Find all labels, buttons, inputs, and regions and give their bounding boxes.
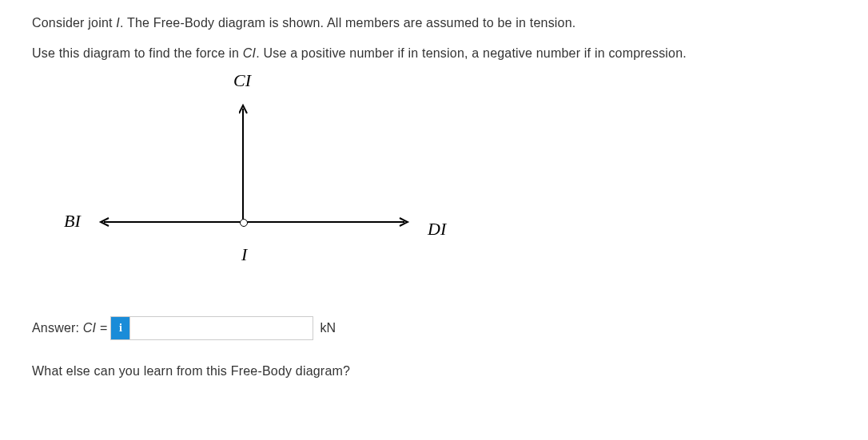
paragraph-1-prefix: Consider joint <box>32 16 116 30</box>
answer-equals: = <box>96 321 107 335</box>
paragraph-2-suffix: . Use a positive number if in tension, a… <box>256 46 687 60</box>
paragraph-2-prefix: Use this diagram to find the force in <box>32 46 243 60</box>
label-i: I <box>241 244 247 265</box>
unit-label: kN <box>320 321 336 335</box>
joint-node <box>240 219 248 227</box>
answer-var: CI <box>83 321 96 335</box>
label-bi: BI <box>64 211 81 232</box>
paragraph-1: Consider joint I. The Free-Body diagram … <box>32 16 836 30</box>
free-body-diagram: CI BI DI I <box>32 77 464 300</box>
arrow-bi <box>96 217 248 230</box>
label-ci: CI <box>233 70 251 91</box>
paragraph-2: Use this diagram to find the force in CI… <box>32 46 836 61</box>
label-di: DI <box>428 219 446 240</box>
answer-row: Answer: CI = i kN <box>32 316 836 340</box>
answer-input[interactable] <box>129 316 313 340</box>
paragraph-1-suffix: . The Free-Body diagram is shown. All me… <box>120 16 576 30</box>
paragraph-3: What else can you learn from this Free-B… <box>32 364 836 379</box>
arrow-di <box>245 217 412 230</box>
info-icon[interactable]: i <box>110 316 129 340</box>
arrow-ci <box>239 101 252 220</box>
answer-prefix: Answer: <box>32 321 83 335</box>
paragraph-2-italic: CI <box>243 46 256 60</box>
answer-label: Answer: CI = <box>32 321 107 335</box>
